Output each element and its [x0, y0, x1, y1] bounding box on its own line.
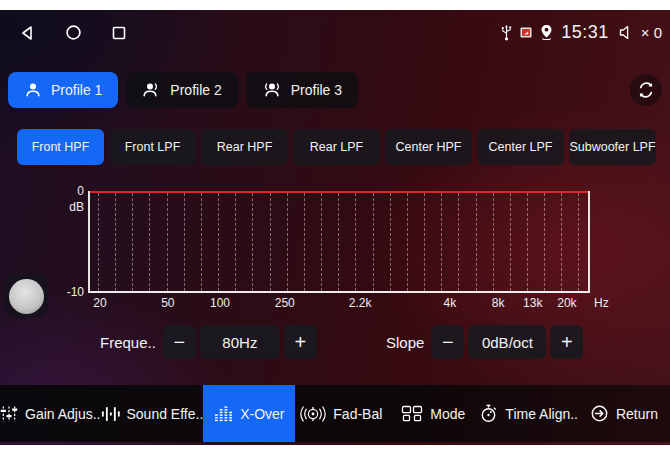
filter-tab-label: Center HPF — [396, 140, 462, 154]
x-tick-label: 50 — [161, 296, 174, 310]
nav-item-sound-effects[interactable]: Sound Effe.. — [101, 385, 204, 442]
back-icon[interactable] — [18, 24, 36, 42]
filter-tab-subwoofer-lpf[interactable]: Subwoofer LPF — [569, 129, 656, 165]
gridline — [510, 193, 511, 291]
y-axis-max-label: 0 — [60, 184, 84, 198]
filter-tab-rear-lpf[interactable]: Rear LPF — [293, 129, 380, 165]
slope-control: Slope − 0dB/oct + — [386, 325, 583, 359]
slope-plus-button[interactable]: + — [550, 325, 583, 359]
gridline — [441, 193, 442, 291]
filter-tab-front-hpf[interactable]: Front HPF — [17, 129, 104, 165]
x-axis-labels: 20501002502.2k4k8k13k20k — [88, 296, 590, 310]
filter-tabs: Front HPF Front LPF Rear HPF Rear LPF Ce… — [17, 129, 656, 165]
nav-item-time-align[interactable]: Time Align.. — [479, 385, 578, 442]
slope-minus-button[interactable]: − — [431, 325, 464, 359]
profile-tab-2[interactable]: Profile 2 — [126, 72, 237, 108]
filter-tab-label: Rear HPF — [217, 140, 273, 154]
filter-tab-label: Front HPF — [32, 140, 90, 154]
nav-item-label: X-Over — [240, 406, 284, 422]
gridline — [390, 193, 391, 291]
frequency-value: 80Hz — [200, 325, 280, 359]
knob-face-icon — [9, 279, 44, 314]
gridline — [235, 193, 236, 291]
profile-tab-1[interactable]: Profile 1 — [8, 72, 118, 108]
profile-tab-label: Profile 2 — [170, 82, 221, 98]
nav-item-return[interactable]: Return — [578, 385, 670, 442]
user-icon — [24, 81, 42, 99]
gridline — [527, 193, 528, 291]
gridline — [304, 193, 305, 291]
gridline — [149, 193, 150, 291]
home-icon[interactable] — [64, 24, 82, 42]
frequency-control: Freque.. − 80Hz + — [100, 325, 317, 359]
profile-tabs: Profile 1 Profile 2 Profile — [8, 72, 358, 108]
nav-item-fad-bal[interactable]: Fad-Bal — [295, 385, 387, 442]
fader-balance-icon — [300, 405, 326, 423]
profile-tab-label: Profile 1 — [51, 82, 102, 98]
nav-item-label: Gain Adjus.. — [25, 406, 101, 422]
gain-sliders-icon — [0, 405, 18, 423]
gridline — [218, 193, 219, 291]
filter-tab-center-hpf[interactable]: Center HPF — [385, 129, 472, 165]
x-tick-label: 250 — [275, 296, 295, 310]
gridline — [338, 193, 339, 291]
gridline — [132, 193, 133, 291]
usb-icon — [500, 24, 513, 41]
x-tick-label: 100 — [210, 296, 230, 310]
nav-item-label: Sound Effe.. — [127, 406, 204, 422]
gridline — [355, 193, 356, 291]
gridline — [201, 193, 202, 291]
stopwatch-icon — [479, 404, 498, 423]
equalizer-bars-icon — [214, 405, 233, 423]
gridline — [544, 193, 545, 291]
gridline — [476, 193, 477, 291]
filter-tab-rear-hpf[interactable]: Rear HPF — [201, 129, 288, 165]
gridline — [252, 193, 253, 291]
gridline — [493, 193, 494, 291]
nav-item-label: Mode — [430, 406, 465, 422]
volume-level: × 0 — [641, 24, 662, 41]
x-tick-label: 2.2k — [349, 296, 372, 310]
refresh-button[interactable] — [630, 74, 662, 106]
slope-value: 0dB/oct — [468, 325, 546, 359]
speaker-mode-icon — [401, 405, 423, 423]
gridline — [373, 193, 374, 291]
frequency-plus-button[interactable]: + — [284, 325, 317, 359]
x-tick-label: 20 — [93, 296, 106, 310]
y-axis-unit-label: dB — [60, 200, 84, 214]
gridline — [270, 193, 271, 291]
volume-knob[interactable] — [4, 274, 48, 318]
xover-screen: 15:31 × 0 Profile 1 — [0, 0, 670, 453]
return-arrow-icon — [590, 404, 609, 423]
clock: 15:31 — [561, 22, 609, 43]
filter-tab-center-lpf[interactable]: Center LPF — [477, 129, 564, 165]
user-waves-icon — [262, 81, 282, 99]
bottom-nav-bar: Gain Adjus.. Sound Effe.. — [0, 385, 670, 442]
nav-item-xover[interactable]: X-Over — [203, 385, 295, 442]
slope-label: Slope — [386, 334, 424, 351]
x-axis-unit-label: Hz — [594, 296, 609, 310]
filter-tab-label: Front LPF — [125, 140, 181, 154]
sound-effect-bars-icon — [101, 405, 120, 423]
recents-icon[interactable] — [110, 24, 128, 42]
filter-tab-front-lpf[interactable]: Front LPF — [109, 129, 196, 165]
gridline — [184, 193, 185, 291]
profile-tab-3[interactable]: Profile 3 — [246, 72, 358, 108]
profile-tab-label: Profile 3 — [291, 82, 342, 98]
sd-card-icon — [520, 27, 532, 38]
muted-speaker-icon — [619, 25, 634, 40]
top-white-margin — [0, 0, 670, 10]
frequency-minus-button[interactable]: − — [163, 325, 196, 359]
nav-item-label: Fad-Bal — [333, 406, 382, 422]
gridline — [167, 193, 168, 291]
nav-item-mode[interactable]: Mode — [387, 385, 479, 442]
gridline — [321, 193, 322, 291]
x-tick-label: 20k — [557, 296, 576, 310]
x-tick-label: 13k — [523, 296, 542, 310]
nav-item-gain-adjust[interactable]: Gain Adjus.. — [0, 385, 101, 442]
location-icon — [539, 24, 554, 41]
y-axis-min-label: -10 — [56, 285, 84, 299]
gridline — [98, 193, 99, 291]
nav-item-label: Return — [616, 406, 658, 422]
gridline — [115, 193, 116, 291]
